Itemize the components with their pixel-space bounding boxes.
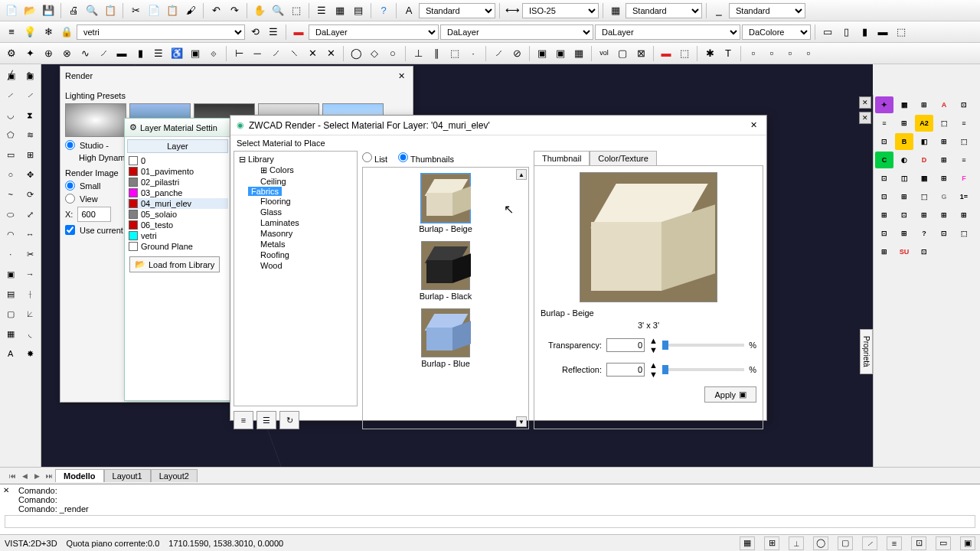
rt-icon[interactable]: ? xyxy=(915,225,933,242)
rt-icon[interactable]: ⊞ xyxy=(915,96,933,113)
mirror-icon[interactable]: ⧗ xyxy=(21,106,40,124)
rt-icon[interactable]: ⊡ xyxy=(875,170,893,187)
rt-icon[interactable]: ≡ xyxy=(875,115,893,132)
explode-icon[interactable]: ✸ xyxy=(21,344,40,363)
rt-icon[interactable]: D xyxy=(915,152,933,168)
move-icon[interactable]: ✥ xyxy=(21,165,40,184)
tab-layout2[interactable]: Layout2 xyxy=(151,469,198,482)
material-thumb[interactable]: Burlap - Black xyxy=(420,241,472,301)
new-icon[interactable]: 📄 xyxy=(3,2,20,19)
t3-icon[interactable]: ⟋ xyxy=(95,45,112,62)
osnap-ins-icon[interactable]: · xyxy=(465,45,482,62)
osnap-near-icon[interactable]: ⟋ xyxy=(490,45,507,62)
undo-icon[interactable]: ↶ xyxy=(207,2,224,19)
tree-node[interactable]: Metals xyxy=(248,239,354,249)
osnap-perp-icon[interactable]: ⊥ xyxy=(410,45,426,62)
close-icon[interactable]: ✕ xyxy=(746,119,760,132)
x-input[interactable] xyxy=(77,207,111,222)
layer-select[interactable]: vetri xyxy=(77,24,245,40)
tree-node[interactable]: Fabrics xyxy=(248,187,282,196)
misc-icon-5[interactable]: ⬚ xyxy=(893,24,910,41)
polygon-icon[interactable]: ⬠ xyxy=(2,126,20,144)
tab-prev-icon[interactable]: ◀ xyxy=(18,470,31,482)
rt-icon[interactable]: ⊞ xyxy=(915,207,933,223)
misc-icon-4[interactable]: ▬ xyxy=(874,24,891,41)
extend-icon[interactable]: → xyxy=(21,265,40,283)
osnap-icon[interactable]: ⟋ xyxy=(267,45,284,62)
osnap-qua-icon[interactable]: ◇ xyxy=(366,45,383,62)
osnap-mid-icon[interactable]: ─ xyxy=(249,45,266,62)
rt-icon[interactable]: ⬚ xyxy=(935,115,953,132)
tree-node[interactable]: ⊞ Colors xyxy=(248,165,354,176)
t3-icon[interactable]: ▮ xyxy=(132,45,149,62)
material-thumb[interactable]: Burlap - Beige xyxy=(419,174,472,233)
t3b-icon[interactable]: ▣ xyxy=(534,45,550,62)
osnap-int-icon[interactable]: ✕ xyxy=(304,45,321,62)
point-icon[interactable]: · xyxy=(2,245,20,263)
osnap-icon[interactable]: ✕ xyxy=(322,45,339,62)
region-icon[interactable]: ▢ xyxy=(2,305,20,323)
print-icon[interactable]: 🖨 xyxy=(65,2,82,19)
table-icon[interactable]: ▦ xyxy=(2,324,20,343)
tree-node[interactable]: Laminates xyxy=(248,217,354,228)
t3-icon[interactable]: ⚙ xyxy=(3,45,20,62)
t3-icon[interactable]: ▬ xyxy=(113,45,130,62)
rt-icon[interactable]: ≡ xyxy=(955,115,973,132)
rt-icon[interactable]: ⬚ xyxy=(955,225,973,242)
copy-icon[interactable]: 📄 xyxy=(145,2,162,19)
ortho-icon[interactable]: ⟂ xyxy=(789,536,804,550)
linetype-select[interactable]: DaLayer xyxy=(309,24,439,40)
plot-icon[interactable]: 📋 xyxy=(102,2,119,19)
lwt-icon[interactable]: ≡ xyxy=(887,536,902,550)
text-style-icon[interactable]: A xyxy=(400,2,417,19)
t3-icon[interactable]: ⊕ xyxy=(40,45,57,62)
list-radio-row[interactable]: List xyxy=(362,152,387,164)
break-icon[interactable]: ⟊ xyxy=(21,285,40,303)
text-style-select[interactable]: Standard xyxy=(419,3,495,18)
stretch-icon[interactable]: ↔ xyxy=(21,225,40,243)
rt-icon[interactable]: G xyxy=(935,188,953,205)
spline-icon[interactable]: ~ xyxy=(2,185,20,204)
use-current-check[interactable] xyxy=(65,225,75,235)
rt-icon[interactable]: ⊡ xyxy=(875,225,893,242)
t3-icon[interactable]: ∿ xyxy=(77,45,93,62)
lineweight-select[interactable]: DaLayer xyxy=(440,24,593,40)
rt-icon[interactable]: ⊞ xyxy=(935,133,953,150)
xline-icon[interactable]: ⟋ xyxy=(2,86,20,104)
rt-icon[interactable]: SU xyxy=(895,243,913,260)
plotstyle-select[interactable]: DaLayer xyxy=(595,24,740,40)
rt-icon[interactable]: ⊡ xyxy=(915,243,933,260)
block-icon[interactable]: ▣ xyxy=(2,265,20,283)
status-icon[interactable]: ▣ xyxy=(960,536,975,550)
misc-icon-3[interactable]: ▮ xyxy=(856,24,873,41)
rect-icon[interactable]: ▭ xyxy=(2,145,20,164)
rt-icon[interactable]: ⊡ xyxy=(875,188,893,205)
apply-button[interactable]: Apply ▣ xyxy=(704,386,756,403)
spin-up-icon[interactable]: ▲ xyxy=(649,360,658,370)
rt-icon[interactable]: ◐ xyxy=(895,152,913,168)
close-icon[interactable]: ✕ xyxy=(394,69,408,83)
linetype-icon[interactable]: ▬ xyxy=(290,24,307,41)
preset-thumb[interactable] xyxy=(65,103,126,137)
t3c-icon[interactable]: ▢ xyxy=(614,45,631,62)
save-icon[interactable]: 💾 xyxy=(40,2,57,19)
tree-node[interactable]: Roofing xyxy=(248,249,354,260)
osnap-tan-icon[interactable]: ○ xyxy=(384,45,401,62)
hatch-icon[interactable]: ▤ xyxy=(2,285,20,303)
tab-next-icon[interactable]: ▶ xyxy=(31,470,43,482)
arc-icon[interactable]: ◡ xyxy=(2,106,20,124)
osnap-icon[interactable]: ▢ xyxy=(838,536,853,550)
ray-icon[interactable]: ⟋ xyxy=(21,86,40,104)
panel-close-icon[interactable]: ✕ xyxy=(859,112,871,124)
t3d-icon[interactable]: ⬚ xyxy=(676,45,693,62)
table-style-select[interactable]: Standard xyxy=(626,3,702,18)
cut-icon[interactable]: ✂ xyxy=(127,2,144,19)
osnap-node-icon[interactable]: ⬚ xyxy=(446,45,463,62)
properties-icon[interactable]: ☰ xyxy=(313,2,330,19)
mtext-icon[interactable]: A xyxy=(2,344,20,363)
rt-icon[interactable]: ⊞ xyxy=(895,188,913,205)
polar-icon[interactable]: ◯ xyxy=(813,536,828,550)
snap-grid-icon[interactable]: ▦ xyxy=(740,536,755,550)
layer-item[interactable]: 01_pavimento xyxy=(127,166,228,177)
layer-item[interactable]: 02_pilastri xyxy=(127,177,228,187)
